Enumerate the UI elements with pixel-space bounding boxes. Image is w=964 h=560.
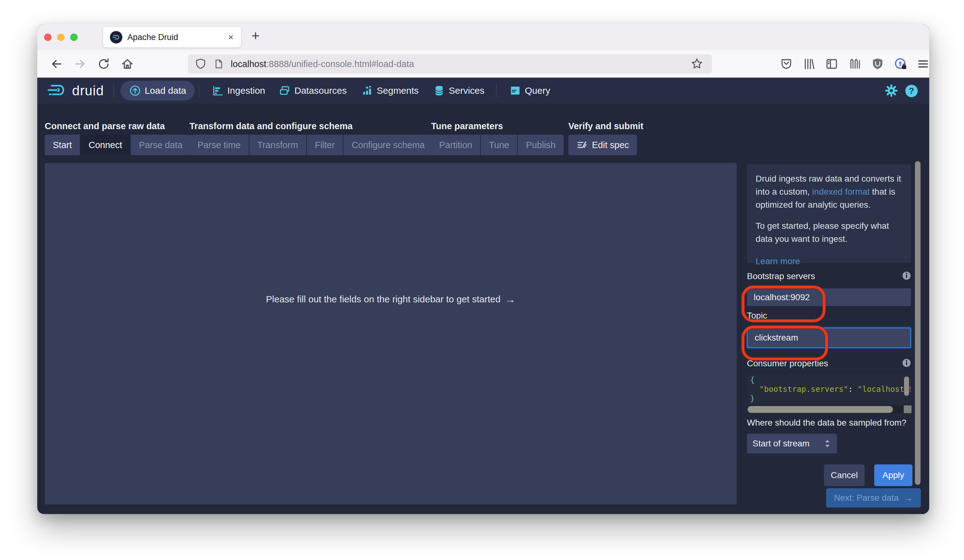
- nav-label: Services: [449, 85, 484, 96]
- step-partition-button[interactable]: Partition: [431, 135, 480, 155]
- page-content: druid Load data Ingestion Data: [37, 78, 929, 514]
- browser-toolbar: localhost:8888/unified-console.html#load…: [37, 50, 929, 78]
- services-icon: [433, 85, 445, 97]
- arrow-right-icon: →: [505, 293, 516, 305]
- page-info-icon[interactable]: [213, 58, 224, 69]
- arrow-right-icon: →: [904, 493, 913, 503]
- step-parse-time-button[interactable]: Parse time: [189, 135, 249, 155]
- library-icon[interactable]: [802, 57, 816, 71]
- info-icon[interactable]: [902, 271, 911, 280]
- reload-icon[interactable]: [97, 57, 111, 71]
- annotation-bootstrap-highlight: [742, 286, 826, 322]
- zoom-window-button[interactable]: [70, 34, 78, 41]
- step-connect-button[interactable]: Connect: [80, 135, 130, 155]
- edit-spec-icon: [576, 140, 588, 151]
- next-parse-data-button[interactable]: Next: Parse data→: [826, 488, 921, 508]
- brand-name: druid: [72, 83, 104, 98]
- page-scrollbar[interactable]: [915, 161, 920, 485]
- divider: [199, 84, 199, 97]
- info-icon[interactable]: [902, 359, 911, 367]
- query-icon: [509, 85, 521, 97]
- step-publish-button[interactable]: Publish: [518, 135, 563, 155]
- divider: [496, 84, 497, 97]
- tracking-shield-icon[interactable]: [195, 58, 207, 70]
- pocket-icon[interactable]: [780, 57, 793, 71]
- url-text: localhost:8888/unified-console.html#load…: [231, 59, 414, 69]
- url-bar[interactable]: localhost:8888/unified-console.html#load…: [188, 54, 712, 73]
- main-panel: Please fill out the fields on the right …: [45, 163, 737, 505]
- new-tab-button[interactable]: +: [252, 28, 260, 44]
- tab-title: Apache Druid: [127, 32, 228, 42]
- minimize-window-button[interactable]: [57, 34, 65, 41]
- settings-gear-icon[interactable]: [884, 84, 898, 97]
- step-parse-data-button[interactable]: Parse data: [131, 135, 191, 155]
- editor-scrollbar-corner: [904, 406, 912, 413]
- sample-from-select[interactable]: Start of stream: [747, 433, 837, 453]
- step-filter-button[interactable]: Filter: [307, 135, 343, 155]
- druid-header: druid Load data Ingestion Data: [37, 78, 929, 104]
- home-icon[interactable]: [120, 57, 134, 71]
- step-start-button[interactable]: Start: [45, 135, 80, 155]
- editor-horizontal-scrollbar-thumb[interactable]: [747, 406, 893, 413]
- sidebar-toggle-icon[interactable]: [825, 57, 839, 71]
- bookmark-star-icon[interactable]: [690, 57, 704, 71]
- druid-logo-icon: [47, 81, 68, 100]
- back-icon[interactable]: [50, 57, 64, 71]
- nav-query[interactable]: Query: [509, 78, 550, 104]
- indexed-format-link[interactable]: indexed format: [812, 187, 870, 196]
- nav-label: Segments: [377, 85, 418, 96]
- editor-vertical-scrollbar[interactable]: [904, 377, 909, 396]
- druid-favicon: [110, 31, 122, 44]
- help-icon[interactable]: ?: [904, 84, 918, 97]
- ublock-shield-icon[interactable]: [871, 57, 884, 71]
- step-group-label: Verify and submit: [568, 121, 643, 131]
- forward-icon[interactable]: [73, 57, 87, 71]
- step-transform-button[interactable]: Transform: [249, 135, 306, 155]
- step-edit-spec-label: Edit spec: [592, 140, 629, 150]
- nav-services[interactable]: Services: [433, 78, 484, 104]
- bootstrap-servers-label: Bootstrap servers: [747, 271, 815, 281]
- url-path: :8888/unified-console.html#load-data: [266, 59, 414, 69]
- callout-paragraph-1: Druid ingests raw data and converts it i…: [756, 172, 902, 211]
- callout-paragraph-2: To get started, please specify what data…: [756, 219, 902, 245]
- learn-more-link[interactable]: Learn more: [756, 256, 800, 266]
- upload-icon: [129, 85, 141, 97]
- menu-icon[interactable]: [916, 57, 929, 71]
- svg-text:?: ?: [909, 86, 914, 96]
- cancel-button[interactable]: Cancel: [824, 464, 865, 486]
- step-edit-spec-button[interactable]: Edit spec: [568, 135, 637, 155]
- apply-button[interactable]: Apply: [874, 464, 912, 486]
- divider: [113, 84, 114, 97]
- nav-label: Query: [525, 85, 550, 96]
- step-group-transform: Parse time Transform Filter Configure sc…: [189, 135, 433, 155]
- editor-horizontal-scrollbar[interactable]: [747, 406, 904, 414]
- nav-ingestion[interactable]: Ingestion: [212, 78, 265, 104]
- step-group-connect: Start Connect Parse data: [45, 135, 191, 155]
- nav-label: Load data: [145, 85, 186, 96]
- nav-datasources[interactable]: Datasources: [279, 78, 347, 104]
- step-group-label: Connect and parse raw data: [45, 121, 165, 131]
- step-group-label: Tune parameters: [431, 121, 503, 131]
- double-caret-icon: [823, 439, 831, 448]
- tab-close-icon[interactable]: ×: [228, 32, 234, 42]
- consumer-properties-editor[interactable]: { "bootstrap.servers": "localhost:90 }: [747, 374, 911, 404]
- step-configure-schema-button[interactable]: Configure schema: [344, 135, 433, 155]
- step-group-verify: Edit spec: [568, 135, 637, 155]
- containers-icon[interactable]: [848, 57, 861, 71]
- url-host: localhost: [231, 59, 266, 69]
- nav-segments[interactable]: Segments: [361, 78, 418, 104]
- close-window-button[interactable]: [44, 34, 52, 41]
- datasources-icon: [279, 85, 291, 97]
- step-group-label: Transform data and configure schema: [189, 121, 352, 131]
- sample-from-value: Start of stream: [752, 438, 810, 448]
- onepassword-icon[interactable]: [894, 57, 907, 71]
- step-tune-button[interactable]: Tune: [481, 135, 517, 155]
- nav-label: Ingestion: [227, 85, 265, 96]
- nav-load-data[interactable]: Load data: [120, 81, 195, 101]
- browser-tab[interactable]: Apache Druid ×: [103, 27, 241, 47]
- info-callout: Druid ingests raw data and converts it i…: [747, 164, 911, 263]
- nav-label: Datasources: [295, 85, 347, 96]
- druid-logo[interactable]: druid: [47, 81, 104, 100]
- annotation-topic-highlight: [742, 326, 828, 360]
- tab-bar: Apache Druid × +: [37, 24, 929, 50]
